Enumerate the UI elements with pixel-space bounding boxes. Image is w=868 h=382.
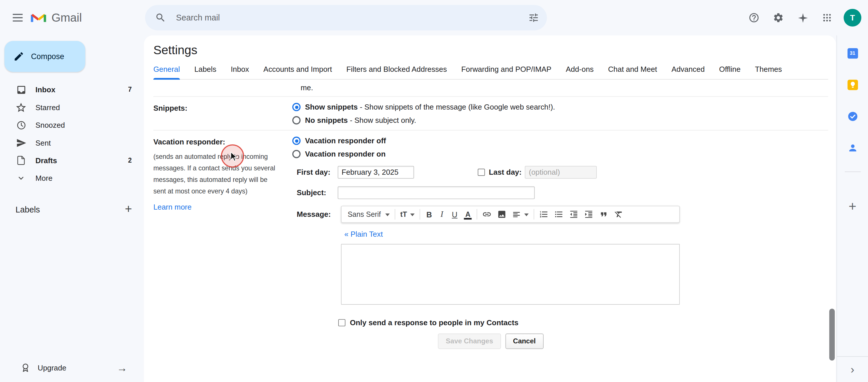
indent-less-button[interactable]: [566, 207, 582, 221]
vacation-on-option[interactable]: Vacation responder on: [292, 150, 828, 158]
setting-label-column: [153, 82, 283, 93]
first-day-input[interactable]: [338, 166, 414, 179]
clock-icon: [16, 119, 27, 130]
radio-vacation-off[interactable]: [292, 137, 301, 145]
underline-button[interactable]: U: [448, 207, 461, 221]
insert-image-icon: [497, 210, 507, 219]
send-icon: [16, 137, 27, 148]
tab-filters-and-blocked-addresses[interactable]: Filters and Blocked Addresses: [346, 65, 447, 79]
message-field-row: Message: Sans Serif tT B I U A: [297, 206, 828, 223]
sidebar-item-snoozed[interactable]: Snoozed: [0, 116, 140, 134]
tab-general[interactable]: General: [153, 65, 180, 79]
bulleted-list-button[interactable]: [552, 207, 566, 221]
insert-link-icon: [482, 210, 492, 219]
scrollbar-thumb[interactable]: [829, 309, 835, 360]
sidebar-upgrade[interactable]: Upgrade →: [0, 356, 144, 380]
toolbar-divider: [534, 209, 534, 219]
sidebar-item-inbox[interactable]: Inbox 7: [0, 81, 140, 98]
cancel-button[interactable]: Cancel: [505, 334, 544, 349]
option-title: Vacation responder off: [305, 137, 386, 145]
plain-text-link[interactable]: « Plain Text: [344, 230, 383, 238]
search-bar[interactable]: [145, 5, 547, 30]
toolbar-divider: [420, 209, 421, 219]
gemini-sparkle-icon[interactable]: [792, 7, 814, 29]
radio-vacation-on[interactable]: [292, 150, 301, 158]
chevron-down-icon: [410, 213, 415, 218]
add-label-icon[interactable]: +: [121, 201, 136, 217]
vacation-off-option[interactable]: Vacation responder off: [292, 137, 828, 145]
sidebar-item-starred[interactable]: Starred: [0, 98, 140, 116]
learn-more-link[interactable]: Learn more: [153, 203, 191, 211]
tab-labels[interactable]: Labels: [194, 65, 216, 79]
partial-text: me.: [301, 83, 313, 92]
sidebar-item-more[interactable]: More: [0, 169, 140, 187]
last-day-label: Last day:: [489, 168, 522, 176]
tab-themes[interactable]: Themes: [755, 65, 782, 79]
bulleted-list-icon: [554, 210, 564, 219]
setting-options-column: me.: [283, 82, 828, 93]
bold-button[interactable]: B: [423, 207, 436, 221]
insert-link-button[interactable]: [479, 207, 495, 221]
chevron-right-icon[interactable]: ›: [851, 364, 855, 375]
indent-more-button[interactable]: [582, 207, 596, 221]
contacts-only-checkbox[interactable]: [338, 319, 345, 326]
numbered-list-button[interactable]: [536, 207, 552, 221]
option-text: No snippets - Show subject only.: [305, 116, 416, 125]
bold-icon: B: [427, 210, 432, 219]
font-size-button[interactable]: tT: [397, 207, 417, 221]
italic-button[interactable]: I: [436, 207, 448, 221]
settings-gear-icon[interactable]: [767, 7, 789, 29]
insert-image-button[interactable]: [495, 207, 509, 221]
subject-input[interactable]: [338, 186, 535, 199]
menu-icon[interactable]: [7, 7, 29, 29]
gmail-logo[interactable]: Gmail: [30, 11, 82, 24]
avatar-letter: T: [850, 13, 855, 22]
quote-button[interactable]: [596, 207, 612, 221]
avatar[interactable]: T: [844, 9, 861, 27]
font-family-button[interactable]: Sans Serif: [345, 207, 393, 221]
search-icon[interactable]: [152, 9, 169, 27]
tab-advanced[interactable]: Advanced: [672, 65, 705, 79]
sidebar-item-drafts[interactable]: Drafts 2: [0, 152, 140, 169]
plus-icon[interactable]: +: [844, 198, 861, 215]
align-button[interactable]: [509, 207, 531, 221]
keep-bulb-icon: [847, 79, 858, 90]
arrow-right-icon[interactable]: →: [117, 362, 127, 373]
radio-show-snippets[interactable]: [292, 103, 301, 111]
draft-icon: [16, 155, 27, 166]
calendar-icon[interactable]: 31: [844, 44, 861, 62]
tasks-icon[interactable]: [844, 107, 861, 125]
tab-chat-and-meet[interactable]: Chat and Meet: [608, 65, 657, 79]
tab-accounts-and-import[interactable]: Accounts and Import: [264, 65, 332, 79]
keep-icon[interactable]: [844, 76, 861, 94]
tab-forwarding-and-pop-imap[interactable]: Forwarding and POP/IMAP: [461, 65, 552, 79]
compose-button[interactable]: Compose: [4, 41, 85, 72]
last-day-input[interactable]: [525, 166, 597, 179]
sidebar-item-sent[interactable]: Sent: [0, 134, 140, 151]
calendar-tile: 31: [847, 48, 858, 58]
help-icon[interactable]: [743, 7, 765, 29]
gmail-m-icon: [30, 11, 47, 24]
settings-panel: Settings General Labels Inbox Accounts a…: [144, 35, 836, 382]
tune-icon[interactable]: [523, 7, 545, 29]
rail-divider: [844, 172, 861, 172]
subject-label: Subject:: [297, 188, 338, 197]
text-color-button[interactable]: A: [461, 207, 475, 221]
top-bar-left: Gmail: [0, 7, 145, 29]
save-changes-button[interactable]: Save Changes: [438, 334, 501, 349]
show-snippets-option[interactable]: Show snippets - Show snippets of the mes…: [292, 103, 828, 111]
message-body-textarea[interactable]: [341, 244, 680, 305]
radio-no-snippets[interactable]: [292, 116, 301, 125]
compose-pencil-icon: [13, 51, 24, 62]
remove-formatting-button[interactable]: [611, 207, 626, 221]
search-input[interactable]: [175, 6, 523, 30]
contacts-only-option[interactable]: Only send a response to people in my Con…: [338, 319, 828, 327]
tab-inbox[interactable]: Inbox: [231, 65, 249, 79]
last-day-checkbox[interactable]: [478, 169, 485, 176]
contacts-icon[interactable]: [844, 139, 861, 157]
no-snippets-option[interactable]: No snippets - Show subject only.: [292, 116, 828, 125]
sidebar-item-label: Drafts: [35, 156, 57, 165]
apps-grid-icon[interactable]: [816, 7, 838, 29]
tab-offline[interactable]: Offline: [719, 65, 740, 79]
tab-add-ons[interactable]: Add-ons: [566, 65, 594, 79]
